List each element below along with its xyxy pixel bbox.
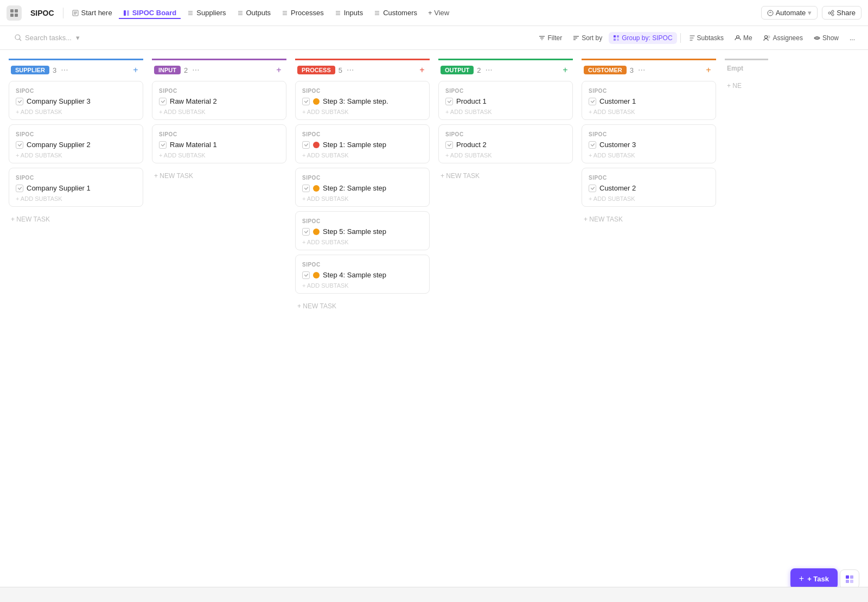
task-card[interactable]: SIPOC Step 2: Sample step + ADD SUBTASK xyxy=(295,168,430,207)
new-task-button[interactable]: + NEW TASK xyxy=(152,168,286,184)
customer-add-button[interactable]: + xyxy=(703,65,714,75)
task-card[interactable]: SIPOC Step 5: Sample step + ADD SUBTASK xyxy=(295,211,430,250)
add-subtask-button[interactable]: + ADD SUBTASK xyxy=(589,149,709,159)
input-more-button[interactable]: ··· xyxy=(192,65,199,75)
add-subtask-button[interactable]: + ADD SUBTASK xyxy=(16,192,136,202)
task-card[interactable]: SIPOC Customer 3 + ADD SUBTASK xyxy=(582,124,716,163)
tab-processes[interactable]: Processes xyxy=(277,7,328,19)
task-checkbox[interactable] xyxy=(16,185,23,192)
svg-rect-1 xyxy=(15,9,18,12)
task-card[interactable]: SIPOC Customer 2 + ADD SUBTASK xyxy=(582,168,716,207)
task-card[interactable]: SIPOC Step 1: Sample step + ADD SUBTASK xyxy=(295,124,430,163)
task-card[interactable]: SIPOC Product 2 + ADD SUBTASK xyxy=(438,124,573,163)
task-checkbox[interactable] xyxy=(302,185,310,192)
task-title-row: Step 3: Sample step. xyxy=(302,97,423,105)
task-checkbox[interactable] xyxy=(16,141,23,149)
tab-inputs[interactable]: Inputs xyxy=(330,7,367,19)
automate-button[interactable]: Automate ▾ xyxy=(761,6,818,20)
task-sipoc-label: SIPOC xyxy=(445,88,566,94)
process-more-button[interactable]: ··· xyxy=(347,65,354,75)
task-checkbox[interactable] xyxy=(159,141,167,149)
add-task-fab[interactable]: + + Task xyxy=(790,568,838,589)
input-add-button[interactable]: + xyxy=(273,65,284,75)
new-task-button[interactable]: + NEW TASK xyxy=(438,168,573,184)
add-subtask-button[interactable]: + ADD SUBTASK xyxy=(445,105,566,115)
task-card[interactable]: SIPOC Raw Material 2 + ADD SUBTASK xyxy=(152,81,286,120)
output-add-button[interactable]: + xyxy=(560,65,571,75)
add-subtask-button[interactable]: + ADD SUBTASK xyxy=(589,105,709,115)
show-button[interactable]: Show xyxy=(809,32,843,44)
tab-start-here-label: Start here xyxy=(81,9,112,17)
task-title: Company Supplier 3 xyxy=(27,97,91,105)
tab-sipoc-board[interactable]: SIPOC Board xyxy=(119,7,181,19)
task-checkbox[interactable] xyxy=(302,228,310,236)
toolbar: Search tasks... ▾ Filter Sort by Group b… xyxy=(0,26,868,50)
task-checkbox[interactable] xyxy=(159,98,167,105)
add-subtask-button[interactable]: + ADD SUBTASK xyxy=(589,192,709,202)
add-subtask-button[interactable]: + ADD SUBTASK xyxy=(302,279,423,289)
task-checkbox[interactable] xyxy=(589,185,596,192)
input-column-header: INPUT 2 ··· + xyxy=(152,59,286,81)
app-title[interactable]: SIPOC xyxy=(26,7,59,20)
task-checkbox[interactable] xyxy=(445,98,453,105)
more-options-button[interactable]: ... xyxy=(845,32,859,44)
task-checkbox[interactable] xyxy=(16,98,23,105)
task-checkbox[interactable] xyxy=(589,141,596,149)
add-subtask-button[interactable]: + ADD SUBTASK xyxy=(159,105,279,115)
assignees-button[interactable]: Assignees xyxy=(759,32,807,44)
task-title-row: Product 2 xyxy=(445,141,566,149)
process-add-button[interactable]: + xyxy=(417,65,427,75)
task-checkbox[interactable] xyxy=(589,98,596,105)
add-subtask-button[interactable]: + ADD SUBTASK xyxy=(302,236,423,245)
add-subtask-button[interactable]: + ADD SUBTASK xyxy=(159,149,279,159)
new-task-partial-button[interactable]: + NE xyxy=(725,78,768,94)
task-card[interactable]: SIPOC Company Supplier 2 + ADD SUBTASK xyxy=(9,124,143,163)
task-checkbox[interactable] xyxy=(302,98,310,105)
new-task-button[interactable]: + NEW TASK xyxy=(582,211,716,227)
task-checkbox[interactable] xyxy=(302,141,310,149)
subtasks-button[interactable]: Subtasks xyxy=(684,32,728,44)
task-card[interactable]: SIPOC Step 3: Sample step. + ADD SUBTASK xyxy=(295,81,430,120)
me-button[interactable]: Me xyxy=(730,32,757,44)
app-icon[interactable] xyxy=(7,5,22,21)
tab-outputs[interactable]: Outputs xyxy=(233,7,276,19)
supplier-more-button[interactable]: ··· xyxy=(61,65,68,75)
share-button[interactable]: Share xyxy=(822,6,861,20)
add-subtask-button[interactable]: + ADD SUBTASK xyxy=(302,105,423,115)
task-title-row: Company Supplier 3 xyxy=(16,97,136,105)
tab-start-here[interactable]: Start here xyxy=(68,7,117,19)
sort-button[interactable]: Sort by xyxy=(569,32,607,44)
task-checkbox[interactable] xyxy=(445,141,453,149)
add-subtask-button[interactable]: + ADD SUBTASK xyxy=(16,105,136,115)
status-dot xyxy=(313,185,320,192)
task-card[interactable]: SIPOC Raw Material 1 + ADD SUBTASK xyxy=(152,124,286,163)
add-subtask-button[interactable]: + ADD SUBTASK xyxy=(302,149,423,159)
task-card[interactable]: SIPOC Company Supplier 3 + ADD SUBTASK xyxy=(9,81,143,120)
tab-customers[interactable]: Customers xyxy=(369,7,422,19)
svg-point-26 xyxy=(832,10,834,12)
output-more-button[interactable]: ··· xyxy=(485,65,492,75)
add-subtask-button[interactable]: + ADD SUBTASK xyxy=(445,149,566,159)
grid-view-button[interactable] xyxy=(840,569,859,589)
supplier-add-button[interactable]: + xyxy=(130,65,141,75)
filter-button[interactable]: Filter xyxy=(534,32,566,44)
group-by-button[interactable]: Group by: SIPOC xyxy=(609,32,676,44)
task-card[interactable]: SIPOC Product 1 + ADD SUBTASK xyxy=(438,81,573,120)
new-task-button[interactable]: + NEW TASK xyxy=(9,211,143,227)
task-card[interactable]: SIPOC Step 4: Sample step + ADD SUBTASK xyxy=(295,255,430,294)
new-task-button[interactable]: + NEW TASK xyxy=(295,298,430,314)
task-card[interactable]: SIPOC Customer 1 + ADD SUBTASK xyxy=(582,81,716,120)
search-input[interactable]: Search tasks... ▾ xyxy=(9,31,86,45)
input-column: INPUT 2 ··· + SIPOC Raw Material 2 + ADD… xyxy=(152,59,286,184)
task-title-row: Customer 1 xyxy=(589,97,709,105)
toolbar-actions: Filter Sort by Group by: SIPOC Subtasks … xyxy=(534,32,859,44)
customer-more-button[interactable]: ··· xyxy=(638,65,645,75)
add-view-button[interactable]: + View xyxy=(424,7,454,19)
add-subtask-button[interactable]: + ADD SUBTASK xyxy=(302,192,423,202)
task-checkbox[interactable] xyxy=(302,271,310,279)
bottom-scrollbar[interactable] xyxy=(0,587,868,602)
customer-column-header: CUSTOMER 3 ··· + xyxy=(582,59,716,81)
task-card[interactable]: SIPOC Company Supplier 1 + ADD SUBTASK xyxy=(9,168,143,207)
add-subtask-button[interactable]: + ADD SUBTASK xyxy=(16,149,136,159)
tab-suppliers[interactable]: Suppliers xyxy=(183,7,230,19)
